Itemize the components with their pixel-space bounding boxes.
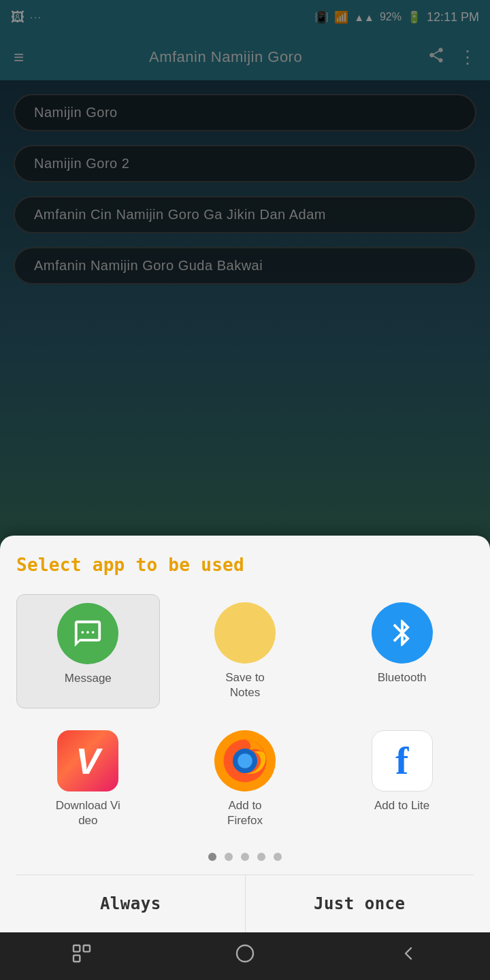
app-item-firefox[interactable]: Add to Firefox: [174, 722, 317, 836]
svg-point-0: [82, 631, 84, 634]
nav-bar: [0, 932, 490, 980]
facebook-icon: f: [372, 730, 433, 791]
svg-point-2: [92, 631, 95, 634]
just-once-button[interactable]: Just once: [246, 875, 474, 932]
svg-point-6: [238, 753, 252, 768]
firefox-label: Add to Firefox: [227, 798, 263, 828]
app-item-notes[interactable]: Save to Notes: [174, 594, 317, 708]
back-icon[interactable]: [397, 943, 419, 970]
download-video-label: Download Vi deo: [56, 798, 120, 828]
home-icon[interactable]: [234, 943, 256, 970]
dot-5: [274, 853, 282, 861]
notes-label: Save to Notes: [225, 670, 265, 700]
message-label: Message: [65, 671, 112, 686]
dot-1: [208, 853, 216, 861]
dot-4: [257, 853, 265, 861]
page-dots: [16, 853, 474, 875]
recents-icon[interactable]: [71, 943, 93, 970]
svg-point-10: [237, 945, 253, 962]
svg-point-1: [86, 631, 89, 634]
svg-rect-8: [74, 956, 80, 962]
action-buttons: Always Just once: [16, 875, 474, 932]
svg-rect-7: [74, 945, 80, 951]
app-item-bluetooth[interactable]: Bluetooth: [330, 594, 474, 708]
bluetooth-icon: [372, 602, 433, 664]
bluetooth-label: Bluetooth: [378, 670, 427, 685]
apps-grid: Message Save to Notes Bluetooth V Downlo…: [16, 594, 474, 836]
app-item-message[interactable]: Message: [16, 594, 160, 708]
facebook-label: Add to Lite: [374, 798, 429, 813]
message-icon: [57, 603, 118, 664]
app-item-download-video[interactable]: V Download Vi deo: [16, 722, 160, 836]
bottom-sheet: Select app to be used Message Save to No…: [0, 536, 490, 932]
dot-2: [225, 853, 233, 861]
dot-3: [241, 853, 249, 861]
firefox-icon: [214, 730, 276, 791]
always-button[interactable]: Always: [16, 875, 246, 932]
download-video-icon: V: [57, 730, 118, 791]
notes-icon: [214, 602, 276, 664]
sheet-title: Select app to be used: [16, 555, 474, 575]
svg-rect-9: [84, 945, 90, 951]
app-item-facebook[interactable]: f Add to Lite: [330, 722, 474, 836]
